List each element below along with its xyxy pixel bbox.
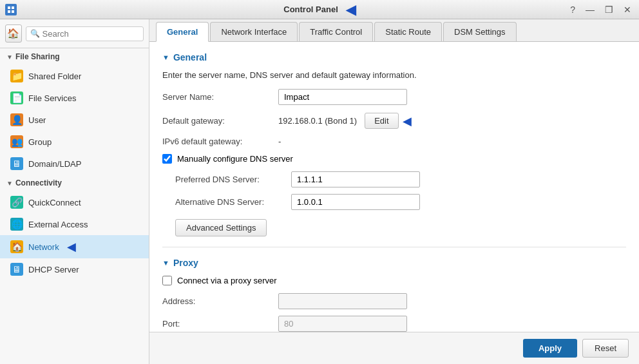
alternative-dns-row: Alternative DNS Server: [162, 194, 626, 210]
title-bar: Control Panel ◀ ? — ❒ ✕ [0, 0, 639, 19]
sidebar-item-domain-ldap[interactable]: 🖥 Domain/LDAP [0, 153, 149, 175]
sidebar-item-network[interactable]: 🏠 Network ◀ [0, 235, 149, 258]
default-gateway-value: 192.168.0.1 (Bond 1) [278, 116, 357, 126]
server-name-label: Server Name: [162, 92, 278, 102]
dhcp-icon: 🖥 [10, 263, 23, 276]
manual-dns-label: Manually configure DNS server [177, 154, 293, 164]
sidebar-item-shared-folder[interactable]: 📁 Shared Folder [0, 65, 149, 87]
sidebar-top: 🏠 🔍 [0, 19, 149, 48]
ipv6-gateway-row: IPv6 default gateway: - [162, 137, 626, 146]
proxy-port-input[interactable] [278, 316, 407, 332]
minimize-button[interactable]: — [583, 3, 597, 16]
svg-rect-1 [12, 6, 14, 9]
alternative-dns-label: Alternative DNS Server: [175, 197, 291, 207]
general-info-text: Enter the server name, DNS server and de… [162, 70, 626, 80]
title-bar-icon-area [5, 4, 18, 15]
proxy-section-title: Proxy [173, 258, 198, 268]
sidebar-item-label: QuickConnect [28, 198, 81, 207]
apply-button[interactable]: Apply [523, 339, 577, 358]
sidebar-section-label: File Sharing [15, 52, 60, 61]
default-gateway-label: Default gateway: [162, 116, 278, 126]
proxy-checkbox-row: Connect via a proxy server [162, 276, 626, 285]
proxy-checkbox-label: Connect via a proxy server [177, 276, 277, 285]
proxy-address-input[interactable] [278, 293, 407, 309]
tab-dsm-settings[interactable]: DSM Settings [443, 22, 516, 41]
proxy-port-row: Port: [162, 316, 626, 332]
preferred-dns-label: Preferred DNS Server: [175, 175, 291, 184]
preferred-dns-input[interactable] [291, 171, 420, 187]
general-section-header: ▼ General [162, 52, 626, 62]
home-button[interactable]: 🏠 [5, 24, 22, 43]
chevron-down-icon: ▼ [6, 53, 13, 61]
sidebar-item-external-access[interactable]: 🌐 External Access [0, 213, 149, 235]
server-name-input[interactable] [278, 89, 407, 105]
title-bar-controls[interactable]: ? — ❒ ✕ [567, 3, 634, 16]
preferred-dns-row: Preferred DNS Server: [162, 171, 626, 187]
tab-static-route[interactable]: Static Route [374, 22, 442, 41]
sidebar-item-label: Network [28, 242, 59, 252]
search-input[interactable] [43, 29, 139, 39]
tab-network-interface[interactable]: Network Interface [210, 22, 298, 41]
svg-rect-3 [12, 10, 14, 13]
edit-gateway-button[interactable]: Edit [365, 113, 398, 129]
chevron-down-icon: ▼ [6, 180, 13, 187]
group-icon: 👥 [10, 135, 23, 148]
footer: Apply Reset [149, 332, 639, 364]
sidebar-arrow-annotation: ◀ [67, 240, 76, 254]
proxy-section-header: ▼ Proxy [162, 258, 626, 268]
content-area: General Network Interface Traffic Contro… [149, 19, 639, 364]
proxy-section: ▼ Proxy Connect via a proxy server Addre… [162, 258, 626, 332]
sidebar-item-dhcp-server[interactable]: 🖥 DHCP Server [0, 258, 149, 280]
sidebar-section-label: Connectivity [15, 178, 62, 187]
window-title: Control Panel [283, 5, 338, 14]
domain-icon: 🖥 [10, 157, 23, 170]
default-gateway-row: Default gateway: 192.168.0.1 (Bond 1) Ed… [162, 113, 626, 129]
app-icon [5, 4, 17, 15]
chevron-down-icon: ▼ [162, 259, 169, 267]
proxy-address-row: Address: [162, 293, 626, 309]
close-button[interactable]: ✕ [621, 3, 634, 16]
quickconnect-icon: 🔗 [10, 196, 23, 209]
sidebar-item-user[interactable]: 👤 User [0, 109, 149, 131]
search-icon: 🔍 [30, 29, 40, 38]
title-bar-title: Control Panel ◀ [283, 2, 356, 17]
sidebar-item-label: DHCP Server [28, 265, 79, 274]
sidebar-section-file-sharing[interactable]: ▼ File Sharing [0, 48, 149, 65]
gateway-arrow-annotation: ◀ [403, 114, 412, 128]
sidebar-item-label: Shared Folder [28, 72, 81, 81]
search-box[interactable]: 🔍 [26, 26, 144, 41]
advanced-settings-button[interactable]: Advanced Settings [175, 219, 267, 236]
restore-button[interactable]: ❒ [602, 3, 616, 16]
network-icon: 🏠 [10, 240, 23, 253]
ipv6-gateway-value: - [278, 137, 281, 146]
file-services-icon: 📄 [10, 91, 23, 104]
user-icon: 👤 [10, 113, 23, 126]
ipv6-gateway-label: IPv6 default gateway: [162, 137, 278, 146]
manual-dns-row: Manually configure DNS server [162, 154, 626, 164]
title-arrow-annotation: ◀ [346, 2, 356, 17]
alternative-dns-input[interactable] [291, 194, 420, 210]
help-button[interactable]: ? [567, 3, 578, 16]
tabs-bar: General Network Interface Traffic Contro… [149, 19, 639, 42]
sidebar-item-label: Domain/LDAP [28, 159, 81, 169]
server-name-row: Server Name: [162, 89, 626, 105]
sidebar-item-label: Group [28, 137, 52, 147]
manual-dns-checkbox[interactable] [162, 154, 172, 164]
advanced-settings-area: Advanced Settings [162, 216, 626, 236]
proxy-checkbox[interactable] [162, 276, 172, 285]
sidebar-item-group[interactable]: 👥 Group [0, 131, 149, 153]
reset-button[interactable]: Reset [582, 339, 629, 358]
chevron-down-icon: ▼ [162, 53, 169, 61]
sidebar-item-file-services[interactable]: 📄 File Services [0, 87, 149, 109]
sidebar-item-quickconnect[interactable]: 🔗 QuickConnect [0, 191, 149, 213]
sidebar-item-label: User [28, 115, 46, 125]
sidebar: 🏠 🔍 ▼ File Sharing 📁 Shared Folder 📄 Fil… [0, 19, 149, 364]
sidebar-section-connectivity[interactable]: ▼ Connectivity [0, 175, 149, 191]
main-layout: 🏠 🔍 ▼ File Sharing 📁 Shared Folder 📄 Fil… [0, 19, 639, 364]
svg-rect-0 [8, 6, 10, 9]
external-access-icon: 🌐 [10, 218, 23, 231]
proxy-port-label: Port: [162, 319, 278, 329]
proxy-address-label: Address: [162, 296, 278, 306]
tab-general[interactable]: General [156, 22, 209, 42]
tab-traffic-control[interactable]: Traffic Control [299, 22, 373, 41]
